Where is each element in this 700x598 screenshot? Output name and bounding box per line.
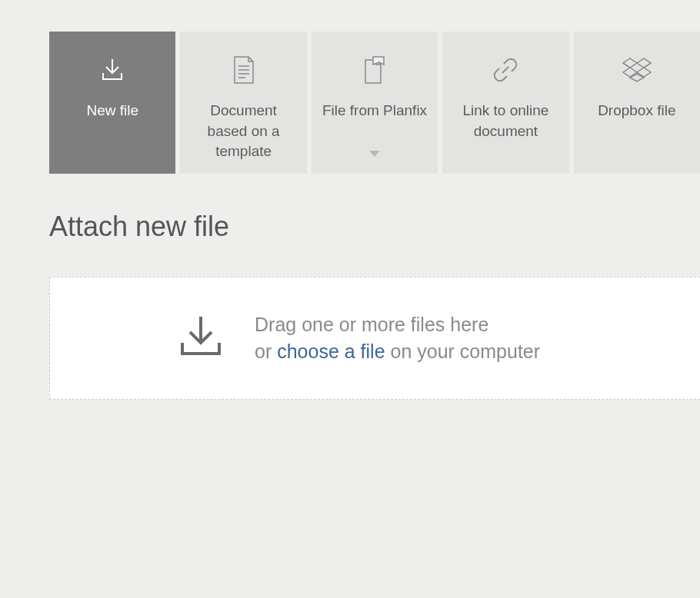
download-icon — [98, 51, 126, 88]
tab-label: File from Planfix — [313, 101, 436, 121]
svg-marker-5 — [369, 151, 380, 157]
tab-link-online[interactable]: Link to online document — [442, 32, 568, 174]
document-icon — [232, 51, 256, 88]
tab-new-file[interactable]: New file — [49, 32, 175, 174]
dropzone-text: Drag one or more files here or choose a … — [255, 311, 540, 365]
page-heading: Attach new file — [0, 174, 700, 243]
file-dropzone[interactable]: Drag one or more files here or choose a … — [49, 277, 700, 400]
tab-dropbox[interactable]: Dropbox file — [574, 32, 700, 174]
tab-label: Link to online document — [442, 101, 568, 141]
choose-file-link[interactable]: choose a file — [277, 341, 385, 362]
tab-document-template[interactable]: Document based on a template — [180, 32, 306, 174]
tab-file-from-planfix[interactable]: File from Planfix — [312, 32, 438, 174]
tabs-container: New file Document based on a template Fi… — [0, 0, 700, 174]
download-large-icon — [176, 312, 225, 364]
tab-label: Document based on a template — [180, 101, 306, 162]
tab-label: New file — [77, 101, 148, 121]
tab-label: Dropbox file — [588, 101, 685, 121]
link-icon — [492, 51, 519, 88]
file-flag-icon — [361, 51, 388, 88]
dropzone-line2: or choose a file on your computer — [255, 338, 540, 365]
dropzone-line1: Drag one or more files here — [255, 311, 540, 338]
dropbox-icon — [622, 51, 652, 88]
chevron-down-icon — [369, 146, 380, 160]
